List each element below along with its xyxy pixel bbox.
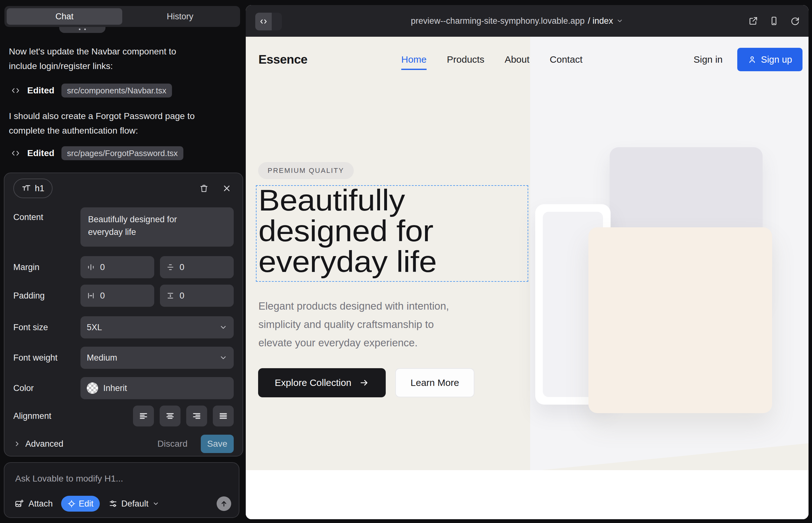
chevron-down-icon xyxy=(219,354,227,362)
user-icon xyxy=(748,55,757,64)
font-size-row: Font size 5XL xyxy=(4,316,243,339)
close-editor-button[interactable] xyxy=(220,181,234,195)
panel-tabs: Chat History xyxy=(4,6,240,27)
color-swatch xyxy=(87,382,98,394)
site-navbar: Essence Home Products About Contact Sign… xyxy=(246,48,809,71)
mobile-view-icon[interactable] xyxy=(769,16,779,26)
edited-file-chip[interactable]: src/pages/ForgotPassword.tsx xyxy=(61,146,184,160)
site-preview: Essence Home Products About Contact Sign… xyxy=(246,37,809,519)
preview-topbar: preview--charming-site-symphony.lovable.… xyxy=(246,5,809,37)
align-center-icon xyxy=(165,411,175,421)
align-right-button[interactable] xyxy=(186,405,207,427)
align-left-icon xyxy=(139,411,148,421)
padding-horizontal-icon xyxy=(87,292,95,300)
font-weight-select[interactable]: Medium xyxy=(81,347,234,369)
margin-y-input[interactable]: 0 xyxy=(160,256,234,278)
attach-image-icon xyxy=(15,499,24,508)
edited-label: Edited xyxy=(27,148,54,158)
nav-link-home[interactable]: Home xyxy=(401,54,427,65)
editor-footer: Advanced Discard Save xyxy=(4,435,243,453)
prompt-toolbar: Attach Edit Default xyxy=(12,496,231,511)
save-button[interactable]: Save xyxy=(201,435,234,453)
ellipsis-dots xyxy=(79,29,86,30)
align-left-button[interactable] xyxy=(133,405,154,427)
color-label: Color xyxy=(13,383,81,393)
align-right-icon xyxy=(192,411,201,421)
color-select[interactable]: Inherit xyxy=(81,377,234,399)
sliders-icon xyxy=(109,499,118,508)
element-editor-panel: h1 Content Beautifully designed for ever… xyxy=(4,173,243,456)
target-icon xyxy=(68,500,76,508)
mode-select[interactable]: Default xyxy=(109,499,159,509)
edit-mode-button[interactable]: Edit xyxy=(61,496,100,511)
open-external-icon[interactable] xyxy=(748,16,758,26)
hero-section: Essence Home Products About Contact Sign… xyxy=(246,37,809,470)
arrow-right-icon xyxy=(359,378,369,387)
hero-ctas: Explore Collection Learn More xyxy=(258,368,474,397)
hero-heading[interactable]: Beautifully designed for everyday life xyxy=(259,185,437,277)
padding-x-input[interactable]: 0 xyxy=(81,285,154,307)
code-toggle-button[interactable] xyxy=(255,13,282,30)
margin-label: Margin xyxy=(13,263,81,272)
edited-file-chip[interactable]: src/components/Navbar.tsx xyxy=(61,84,172,97)
learn-more-button[interactable]: Learn More xyxy=(395,368,474,397)
chevron-down-icon xyxy=(616,17,623,24)
margin-x-input[interactable]: 0 xyxy=(81,256,154,278)
align-justify-button[interactable] xyxy=(213,405,234,427)
hero-paragraph: Elegant products designed with intention… xyxy=(259,297,449,352)
chat-panel: Chat History Now let's update the Navbar… xyxy=(0,0,246,523)
explore-collection-button[interactable]: Explore Collection xyxy=(258,368,386,397)
tab-history[interactable]: History xyxy=(122,8,238,25)
tab-chat[interactable]: Chat xyxy=(7,8,122,25)
hero-badge: PREMIUM QUALITY xyxy=(258,162,354,179)
site-logo[interactable]: Essence xyxy=(259,48,307,71)
code-toggle-track xyxy=(272,13,282,30)
site-nav-links: Home Products About Contact xyxy=(401,48,582,71)
color-row: Color Inherit xyxy=(4,377,243,399)
refresh-icon[interactable] xyxy=(790,16,800,26)
discard-button[interactable]: Discard xyxy=(157,439,188,449)
sign-in-link[interactable]: Sign in xyxy=(693,48,723,71)
chevron-down-icon xyxy=(152,500,159,507)
sign-up-button[interactable]: Sign up xyxy=(737,48,802,71)
nav-link-about[interactable]: About xyxy=(505,54,529,65)
edited-label: Edited xyxy=(27,86,54,96)
margin-vertical-icon xyxy=(166,263,175,271)
nav-link-contact[interactable]: Contact xyxy=(550,54,582,65)
preview-url[interactable]: preview--charming-site-symphony.lovable.… xyxy=(246,5,788,37)
prompt-box[interactable]: Ask Lovable to modify H1... Attach Edit … xyxy=(4,462,240,518)
font-size-label: Font size xyxy=(13,323,81,332)
decor-card-beige xyxy=(588,227,772,413)
element-tag-pill[interactable]: h1 xyxy=(13,179,53,198)
preview-panel: preview--charming-site-symphony.lovable.… xyxy=(246,5,809,519)
attach-button[interactable]: Attach xyxy=(15,499,53,509)
url-path: / index xyxy=(588,16,613,26)
chevron-down-icon xyxy=(219,323,227,331)
alignment-label: Alignment xyxy=(13,411,81,421)
trash-icon xyxy=(199,184,209,193)
arrow-up-icon xyxy=(220,500,228,508)
content-textarea[interactable]: Beautifully designed for everyday life xyxy=(81,208,234,247)
font-weight-label: Font weight xyxy=(13,353,81,363)
advanced-toggle[interactable]: Advanced xyxy=(13,439,63,449)
alignment-row: Alignment xyxy=(4,405,243,427)
delete-element-button[interactable] xyxy=(197,181,211,195)
padding-y-input[interactable]: 0 xyxy=(160,285,234,307)
chevron-right-icon xyxy=(13,440,21,448)
nav-link-products[interactable]: Products xyxy=(447,54,484,65)
align-center-button[interactable] xyxy=(160,405,180,427)
editor-header: h1 xyxy=(13,178,234,198)
align-justify-icon xyxy=(218,411,228,421)
content-label: Content xyxy=(13,213,81,222)
font-weight-row: Font weight Medium xyxy=(4,347,243,369)
code-icon xyxy=(11,148,20,158)
padding-field-row: Padding 0 0 xyxy=(4,285,243,307)
url-host: preview--charming-site-symphony.lovable.… xyxy=(411,16,585,26)
margin-horizontal-icon xyxy=(87,263,95,271)
font-size-select[interactable]: 5XL xyxy=(81,316,234,339)
margin-field-row: Margin 0 0 xyxy=(4,256,243,278)
assistant-message: Now let's update the Navbar component to… xyxy=(9,44,176,73)
lovable-workspace: Chat History Now let's update the Navbar… xyxy=(0,0,812,523)
assistant-message: I should also create a Forgot Password p… xyxy=(9,109,195,138)
send-button[interactable] xyxy=(217,497,231,511)
